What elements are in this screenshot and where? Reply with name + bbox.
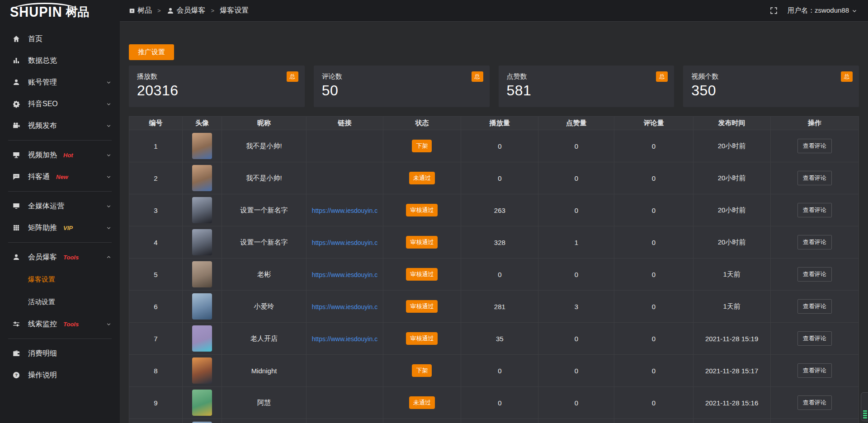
status-badge[interactable]: 下架 bbox=[412, 140, 432, 152]
column-header-4: 状态 bbox=[383, 117, 461, 130]
elderly-man-photo bbox=[192, 261, 212, 287]
cell-link bbox=[307, 419, 383, 423]
sidebar-item-monitor-6[interactable]: 视频加热Hot bbox=[0, 144, 120, 166]
video-link[interactable]: https://www.iesdouyin.c bbox=[312, 239, 378, 246]
cell-likes: 0 bbox=[538, 323, 614, 355]
sidebar-item-tag: New bbox=[56, 174, 68, 180]
status-badge[interactable]: 审核通过 bbox=[406, 300, 438, 313]
view-comments-button[interactable]: 查看评论 bbox=[797, 395, 832, 410]
cell-actions: 查看评论 bbox=[770, 226, 859, 258]
column-header-5: 播放量 bbox=[461, 117, 538, 130]
total-badge: 总 bbox=[656, 71, 668, 82]
view-comments-button[interactable]: 查看评论 bbox=[797, 139, 832, 153]
floating-widget[interactable] bbox=[861, 392, 868, 421]
cell-status: 下架 bbox=[383, 130, 461, 162]
sidebar-item-gear-3[interactable]: 抖音SEO bbox=[0, 93, 120, 115]
breadcrumb-separator: > bbox=[211, 7, 215, 14]
sidebar-item-wallet-15[interactable]: 消费明细 bbox=[0, 343, 120, 364]
table-row: 8Midnight下架0002021-11-28 15:17查看评论 bbox=[129, 355, 859, 387]
sidebar-item-user-2[interactable]: 账号管理 bbox=[0, 71, 120, 93]
stat-label: 视频个数 bbox=[691, 72, 851, 81]
sidebar-submenu: 爆客设置活动设置 bbox=[0, 268, 120, 313]
chevron-down-icon bbox=[106, 123, 112, 129]
view-comments-button[interactable]: 查看评论 bbox=[797, 171, 832, 185]
cell-link: https://www.iesdouyin.c bbox=[307, 194, 383, 226]
cell-plays: 0 bbox=[461, 130, 538, 162]
breadcrumb-separator: > bbox=[157, 7, 161, 14]
cell-published: 20小时前 bbox=[693, 194, 770, 226]
cell-link bbox=[307, 355, 383, 387]
sidebar-item-help-16[interactable]: ?操作说明 bbox=[0, 364, 120, 386]
cell-actions: 查看评论 bbox=[770, 130, 859, 162]
table-row: 9阿慧未通过0002021-11-28 15:16查看评论 bbox=[129, 387, 859, 419]
status-badge[interactable]: 下架 bbox=[412, 364, 432, 377]
sidebar-item-label: 账号管理 bbox=[28, 78, 57, 87]
view-comments-button[interactable]: 查看评论 bbox=[797, 203, 832, 217]
sidebar-nav: 首页数据总览账号管理抖音SEO视频发布视频加热Hot抖客通New全媒体运营矩阵助… bbox=[0, 28, 120, 386]
member-icon bbox=[166, 7, 175, 15]
status-badge[interactable]: 未通过 bbox=[409, 172, 435, 184]
chat-bubble-icon bbox=[12, 172, 21, 181]
cell-published bbox=[693, 419, 770, 423]
monitor-icon bbox=[12, 150, 21, 160]
app-root: SHUPIN 树品 首页数据总览账号管理抖音SEO视频发布视频加热Hot抖客通N… bbox=[0, 0, 868, 423]
cell-plays: 0 bbox=[461, 162, 538, 194]
sidebar-item-bar-chart-1[interactable]: 数据总览 bbox=[0, 50, 120, 71]
breadcrumb-item-0[interactable]: 树品 bbox=[129, 6, 152, 15]
cell-link bbox=[307, 387, 383, 419]
cell-link bbox=[307, 130, 383, 162]
cell-plays: 35 bbox=[461, 323, 538, 355]
sidebar-item-sliders-13[interactable]: 线索监控Tools bbox=[0, 313, 120, 335]
topbar: 树品>会员爆客>爆客设置 用户名：zswodun88 bbox=[120, 0, 868, 22]
cell-likes: 0 bbox=[538, 194, 614, 226]
stat-value: 20316 bbox=[137, 82, 297, 99]
status-badge[interactable]: 未通过 bbox=[409, 396, 435, 409]
sidebar-item-screen-9[interactable]: 全媒体运营 bbox=[0, 195, 120, 217]
column-header-0: 编号 bbox=[129, 117, 183, 130]
home-icon bbox=[12, 34, 21, 43]
cell-status: 审核通过 bbox=[383, 226, 461, 258]
view-comments-button[interactable]: 查看评论 bbox=[797, 235, 832, 249]
cell-likes: 3 bbox=[538, 291, 614, 323]
cell-published: 2021-11-28 15:16 bbox=[693, 387, 770, 419]
cell-id: 9 bbox=[129, 387, 183, 419]
view-comments-button[interactable]: 查看评论 bbox=[797, 331, 832, 346]
sidebar-subitem-0[interactable]: 爆客设置 bbox=[0, 268, 120, 291]
stat-label: 评论数 bbox=[322, 72, 481, 81]
cell-comments: 0 bbox=[614, 291, 693, 323]
sliders-icon bbox=[12, 320, 21, 329]
table-row: 4设置一个新名字https://www.iesdouyin.c审核通过32810… bbox=[129, 226, 859, 258]
sidebar-item-video-camera-4[interactable]: 视频发布 bbox=[0, 115, 120, 136]
cell-nickname: 设置一个新名字 bbox=[222, 226, 306, 258]
cell-id: 1 bbox=[129, 130, 183, 162]
sidebar-item-home-0[interactable]: 首页 bbox=[0, 28, 120, 50]
promotion-settings-button[interactable]: 推广设置 bbox=[129, 44, 174, 60]
status-badge[interactable]: 审核通过 bbox=[406, 332, 438, 345]
view-comments-button[interactable]: 查看评论 bbox=[797, 299, 832, 314]
breadcrumb-item-1[interactable]: 会员爆客 bbox=[166, 6, 206, 15]
sidebar-item-grid-10[interactable]: 矩阵助推VIP bbox=[0, 217, 120, 239]
content-area: 推广设置 播放数20316总评论数50总点赞数581总视频个数350总 编号头像… bbox=[120, 22, 868, 423]
table-row: 3设置一个新名字https://www.iesdouyin.c审核通过26300… bbox=[129, 194, 859, 226]
view-comments-button[interactable]: 查看评论 bbox=[797, 267, 832, 282]
user-menu[interactable]: 用户名：zswodun88 bbox=[788, 6, 857, 15]
video-link[interactable]: https://www.iesdouyin.c bbox=[312, 207, 378, 214]
video-link[interactable]: https://www.iesdouyin.c bbox=[312, 271, 378, 278]
accounts-table: 编号头像昵称链接状态播放量点赞量评论量发布时间操作 1我不是小帅!下架00020… bbox=[129, 116, 859, 423]
status-badge[interactable]: 审核通过 bbox=[406, 236, 438, 249]
status-badge[interactable]: 审核通过 bbox=[406, 268, 438, 281]
cell-link bbox=[307, 162, 383, 194]
sidebar-item-chat-bubble-7[interactable]: 抖客通New bbox=[0, 166, 120, 188]
cell-comments: 0 bbox=[614, 226, 693, 258]
sidebar-subitem-1[interactable]: 活动设置 bbox=[0, 291, 120, 313]
cell-link: https://www.iesdouyin.c bbox=[307, 323, 383, 355]
video-link[interactable]: https://www.iesdouyin.c bbox=[312, 335, 378, 343]
view-comments-button[interactable]: 查看评论 bbox=[797, 363, 832, 378]
status-badge[interactable]: 审核通过 bbox=[406, 204, 438, 216]
table-row: 7老人开店https://www.iesdouyin.c审核通过35002021… bbox=[129, 323, 859, 355]
fullscreen-icon[interactable] bbox=[770, 7, 778, 14]
cell-avatar bbox=[182, 323, 222, 355]
cell-avatar bbox=[182, 387, 222, 419]
sidebar-item-member-12[interactable]: 会员爆客Tools bbox=[0, 246, 120, 268]
video-link[interactable]: https://www.iesdouyin.c bbox=[312, 303, 378, 310]
